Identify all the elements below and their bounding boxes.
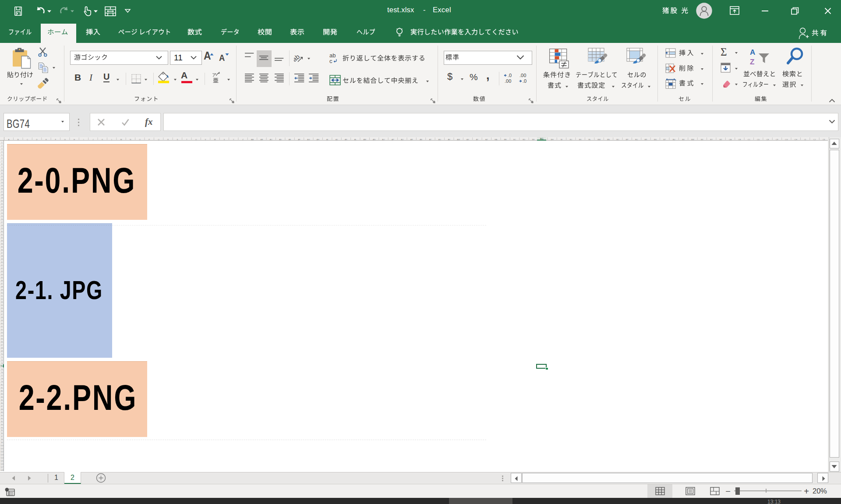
svg-text:19: 19 — [1, 197, 3, 199]
svg-text:.0: .0 — [523, 78, 527, 84]
svg-text:AE: AE — [289, 138, 291, 141]
svg-text:BY: BY — [710, 138, 713, 141]
svg-text:48: 48 — [1, 285, 3, 288]
svg-text:C: C — [27, 138, 28, 141]
svg-text:49: 49 — [1, 289, 3, 291]
svg-text:22: 22 — [1, 206, 3, 208]
svg-text:BV: BV — [682, 138, 685, 141]
svg-text:33: 33 — [1, 240, 3, 242]
svg-text:F: F — [55, 138, 56, 141]
svg-text:BC: BC — [513, 138, 516, 141]
svg-text:52: 52 — [1, 298, 3, 300]
svg-text:16: 16 — [1, 187, 3, 190]
svg-text:BK: BK — [579, 138, 582, 141]
svg-text:53: 53 — [1, 301, 3, 303]
svg-text:AP: AP — [392, 138, 394, 141]
svg-text:AS: AS — [420, 138, 422, 141]
svg-text:BT: BT — [663, 138, 666, 141]
svg-text:60: 60 — [1, 322, 3, 324]
svg-text:AO: AO — [382, 138, 385, 141]
svg-text:76: 76 — [1, 371, 3, 374]
svg-text:BL: BL — [588, 138, 591, 141]
svg-text:D: D — [36, 138, 37, 141]
svg-text:7: 7 — [1, 160, 3, 162]
svg-text:40: 40 — [1, 261, 3, 263]
svg-text:43: 43 — [1, 270, 3, 272]
svg-text:CF: CF — [776, 138, 778, 141]
svg-text:.00: .00 — [519, 73, 526, 78]
svg-text:38: 38 — [1, 255, 3, 257]
svg-text:AJ: AJ — [336, 138, 338, 141]
svg-text:L: L — [111, 138, 113, 141]
svg-text:10: 10 — [1, 169, 3, 171]
svg-text:Q: Q — [158, 138, 159, 141]
svg-text:69: 69 — [1, 350, 3, 352]
svg-text:68: 68 — [1, 347, 3, 349]
svg-text:18: 18 — [1, 194, 3, 196]
svg-text:2: 2 — [1, 145, 3, 147]
svg-text:A: A — [750, 48, 755, 56]
svg-text:AW: AW — [457, 138, 460, 141]
svg-text:17: 17 — [1, 190, 3, 193]
svg-text:CG: CG — [785, 138, 788, 141]
svg-text:B: B — [18, 138, 19, 141]
svg-text:89: 89 — [1, 411, 3, 413]
svg-text:CB: CB — [738, 138, 741, 141]
svg-text:S: S — [177, 138, 178, 141]
svg-text:Z: Z — [242, 138, 244, 141]
svg-text:65: 65 — [1, 338, 3, 340]
svg-text:101: 101 — [0, 448, 4, 450]
svg-text:21: 21 — [1, 203, 3, 205]
svg-text:102: 102 — [0, 451, 4, 453]
svg-text:107: 107 — [0, 466, 4, 469]
svg-text:BU: BU — [673, 138, 675, 141]
svg-text:c: c — [329, 58, 332, 64]
svg-text:ab: ab — [294, 53, 301, 63]
svg-text:8: 8 — [1, 163, 3, 165]
svg-text:88: 88 — [1, 408, 3, 410]
svg-text:47: 47 — [1, 282, 3, 285]
svg-text:100: 100 — [0, 445, 4, 447]
svg-text:39: 39 — [1, 258, 3, 260]
svg-text:Y: Y — [233, 138, 234, 141]
svg-text:BO: BO — [616, 138, 619, 141]
svg-text:BZ: BZ — [720, 138, 722, 141]
svg-text:45: 45 — [1, 276, 3, 278]
svg-text:83: 83 — [1, 393, 3, 395]
svg-text:AD: AD — [279, 138, 282, 141]
svg-text:62: 62 — [1, 328, 3, 331]
svg-text:AY: AY — [476, 138, 479, 141]
svg-text:3: 3 — [1, 148, 3, 150]
svg-text:36: 36 — [1, 249, 3, 251]
svg-text:BJ: BJ — [570, 138, 572, 141]
svg-text:I: I — [83, 138, 84, 141]
svg-text:87: 87 — [1, 405, 3, 407]
svg-text:94: 94 — [1, 426, 3, 429]
svg-text:H: H — [74, 138, 75, 141]
svg-text:AH: AH — [317, 138, 319, 141]
svg-text:4: 4 — [1, 151, 3, 153]
svg-text:44: 44 — [1, 273, 3, 275]
svg-text:12: 12 — [1, 175, 3, 177]
svg-text:105: 105 — [0, 460, 4, 462]
svg-text:90: 90 — [1, 414, 3, 416]
svg-text:X: X — [223, 138, 225, 141]
svg-text:A: A — [8, 138, 9, 141]
svg-text:AF: AF — [298, 138, 300, 141]
svg-text:92: 92 — [1, 420, 3, 423]
svg-text:W: W — [214, 138, 216, 141]
svg-text:79: 79 — [1, 381, 3, 383]
svg-text:V: V — [205, 138, 206, 141]
svg-text:AK: AK — [345, 138, 347, 141]
svg-text:5: 5 — [1, 154, 3, 156]
svg-text:CD: CD — [757, 138, 760, 141]
svg-text:AZ: AZ — [485, 138, 488, 141]
svg-text:AA: AA — [251, 138, 254, 141]
svg-text:E: E — [46, 138, 47, 141]
svg-text:106: 106 — [0, 463, 4, 465]
svg-text:108: 108 — [0, 469, 4, 472]
svg-text:81: 81 — [1, 387, 3, 389]
svg-text:N: N — [130, 138, 131, 141]
svg-text:BN: BN — [607, 138, 610, 141]
svg-text:23: 23 — [1, 209, 3, 211]
